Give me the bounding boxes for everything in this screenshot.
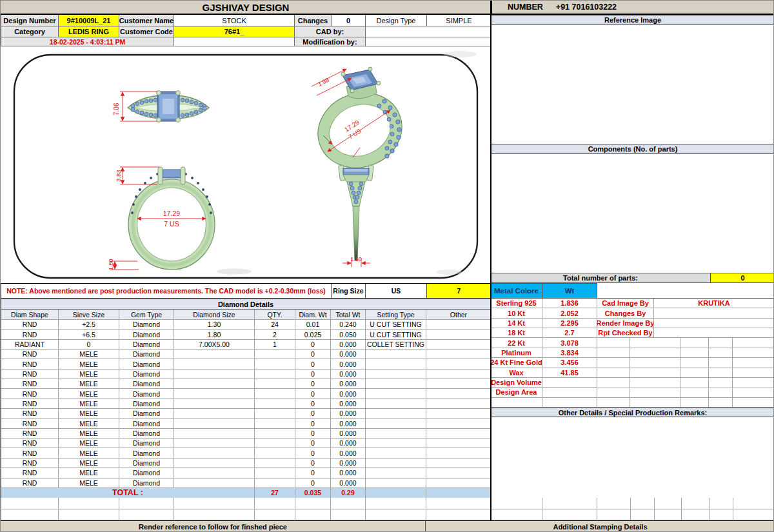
- cell[interactable]: +6.5: [59, 330, 119, 339]
- cell[interactable]: 24 Kt Fine Gold: [491, 358, 542, 368]
- empty-cell[interactable]: [597, 398, 630, 408]
- cell[interactable]: [174, 448, 255, 458]
- cell[interactable]: RND: [1, 419, 59, 428]
- empty-cell[interactable]: [119, 509, 174, 521]
- cell[interactable]: Sterling 925: [491, 299, 542, 308]
- empty-cell[interactable]: [680, 358, 709, 368]
- cell[interactable]: [255, 350, 295, 359]
- empty-cell[interactable]: [733, 368, 774, 378]
- empty-cell[interactable]: [630, 368, 680, 378]
- cell[interactable]: RND: [1, 389, 59, 399]
- cell[interactable]: Diamond: [119, 429, 174, 438]
- cell[interactable]: [255, 359, 295, 369]
- cell[interactable]: [542, 388, 597, 397]
- empty-cell[interactable]: [174, 498, 255, 509]
- empty-cell[interactable]: [680, 338, 709, 348]
- cell[interactable]: [366, 438, 426, 448]
- cell[interactable]: 0.000: [331, 448, 366, 458]
- cell[interactable]: Diamond: [119, 399, 174, 409]
- cell[interactable]: 0.000: [331, 379, 366, 389]
- cell[interactable]: RND: [1, 468, 59, 478]
- cell[interactable]: [542, 398, 597, 408]
- empty-cell[interactable]: [655, 498, 682, 509]
- cell[interactable]: 14 Kt: [491, 319, 542, 328]
- empty-cell[interactable]: [709, 398, 733, 408]
- cell[interactable]: [366, 409, 426, 419]
- cell[interactable]: COLLET SETTING: [366, 340, 426, 350]
- cell[interactable]: Diamond: [119, 359, 174, 369]
- empty-cell[interactable]: [630, 358, 680, 368]
- cell[interactable]: 0.000: [331, 359, 366, 369]
- empty-cell[interactable]: [709, 348, 733, 358]
- empty-cell[interactable]: [680, 348, 709, 358]
- empty-cell[interactable]: [680, 398, 709, 408]
- cell[interactable]: Changes By: [597, 308, 654, 318]
- cell[interactable]: U CUT SETTING: [366, 320, 426, 330]
- cell[interactable]: 0.000: [331, 429, 366, 438]
- empty-cell[interactable]: [630, 378, 680, 388]
- empty-cell[interactable]: [733, 498, 774, 509]
- cell[interactable]: RND: [1, 438, 59, 448]
- cell[interactable]: 0.240: [331, 320, 366, 330]
- cell[interactable]: [426, 438, 491, 448]
- cell[interactable]: [174, 389, 255, 399]
- cell[interactable]: [491, 398, 542, 408]
- cell[interactable]: [255, 468, 295, 478]
- cell[interactable]: 0: [295, 438, 331, 448]
- cell[interactable]: [255, 379, 295, 389]
- ring-size-unit[interactable]: US: [366, 284, 427, 299]
- cell[interactable]: Diamond: [119, 389, 174, 399]
- cell[interactable]: [174, 409, 255, 419]
- cell[interactable]: [366, 429, 426, 438]
- cell[interactable]: 1.836: [542, 299, 597, 308]
- cell[interactable]: Diamond: [119, 350, 174, 359]
- cell[interactable]: [366, 350, 426, 359]
- empty-cell[interactable]: [733, 358, 774, 368]
- cell[interactable]: [426, 369, 491, 379]
- cell[interactable]: RND: [1, 330, 59, 339]
- cell[interactable]: 0: [295, 369, 331, 379]
- cell[interactable]: 0.000: [331, 468, 366, 478]
- cell[interactable]: [255, 409, 295, 419]
- empty-cell[interactable]: [426, 509, 491, 521]
- empty-cell[interactable]: [597, 358, 630, 368]
- cell[interactable]: 0: [295, 458, 331, 468]
- empty-cell[interactable]: [710, 498, 733, 509]
- cell[interactable]: Diamond: [119, 458, 174, 468]
- cell[interactable]: MELE: [59, 458, 119, 468]
- cell[interactable]: [426, 359, 491, 369]
- cell[interactable]: RND: [1, 359, 59, 369]
- cell[interactable]: [255, 448, 295, 458]
- cell[interactable]: [174, 399, 255, 409]
- cell[interactable]: [174, 458, 255, 468]
- cell[interactable]: 0.000: [331, 340, 366, 350]
- cell[interactable]: 0.000: [331, 350, 366, 359]
- total-wt[interactable]: 0.29: [331, 488, 366, 498]
- components-area[interactable]: [491, 154, 774, 273]
- empty-cell[interactable]: [255, 498, 295, 509]
- cell[interactable]: MELE: [59, 438, 119, 448]
- empty-header-cell[interactable]: [174, 37, 295, 46]
- cell[interactable]: [654, 319, 774, 328]
- empty-cell[interactable]: [680, 368, 709, 378]
- empty-cell[interactable]: [733, 338, 774, 348]
- empty-cell[interactable]: [491, 498, 542, 509]
- cell[interactable]: 0: [295, 340, 331, 350]
- cell[interactable]: 0: [59, 340, 119, 350]
- cell[interactable]: 0: [295, 419, 331, 428]
- cell[interactable]: MELE: [59, 468, 119, 478]
- empty-cell[interactable]: [631, 498, 655, 509]
- empty-cell[interactable]: [733, 388, 774, 398]
- cell[interactable]: [366, 389, 426, 399]
- cell[interactable]: RND: [1, 369, 59, 379]
- cell[interactable]: 0.000: [331, 419, 366, 428]
- cell[interactable]: Diamond: [119, 330, 174, 339]
- cell[interactable]: [654, 308, 774, 318]
- cell[interactable]: Diamond: [119, 369, 174, 379]
- cell[interactable]: 0.01: [295, 320, 331, 330]
- cell[interactable]: [255, 389, 295, 399]
- cell[interactable]: RND: [1, 429, 59, 438]
- design-type-value[interactable]: SIMPLE: [427, 15, 491, 26]
- cell[interactable]: [366, 468, 426, 478]
- cell[interactable]: 1: [255, 340, 295, 350]
